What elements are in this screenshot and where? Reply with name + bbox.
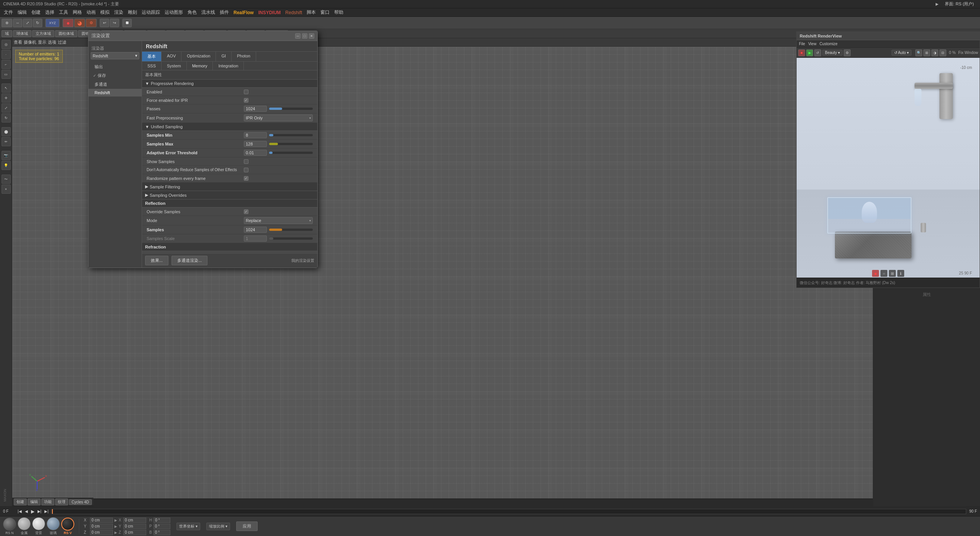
- p-input[interactable]: 0 °: [154, 524, 170, 529]
- cylinder-domain-btn[interactable]: 圆柱体域: [55, 30, 77, 37]
- dialog-maximize-btn[interactable]: □: [302, 33, 307, 39]
- spline-tool[interactable]: 〜: [2, 175, 11, 184]
- bm-create[interactable]: 创建: [14, 498, 27, 505]
- unified-section-header[interactable]: ▼ Unified Sampling: [142, 123, 317, 131]
- dialog-close-btn[interactable]: ✕: [309, 33, 314, 39]
- menu-create[interactable]: 创建: [29, 9, 43, 16]
- vp-options-menu[interactable]: 选项: [48, 39, 56, 45]
- z-world-input[interactable]: 0 cm: [123, 530, 146, 535]
- menu-redshift[interactable]: Redshift: [283, 10, 304, 15]
- bm-edit[interactable]: 编辑: [28, 498, 41, 505]
- menu-animate[interactable]: 动画: [84, 9, 98, 16]
- rv-auto-dropdown[interactable]: ↺ Auto ▾: [892, 50, 912, 56]
- enabled-checkbox[interactable]: [244, 90, 248, 94]
- rv-customize-menu[interactable]: Customize: [820, 42, 838, 46]
- menu-character[interactable]: 角色: [185, 9, 199, 16]
- mat-rs-v[interactable]: RS V: [61, 518, 74, 535]
- menu-sculpt[interactable]: 雕刻: [126, 9, 139, 16]
- refl-scale-slider[interactable]: [269, 237, 313, 240]
- undo-btn[interactable]: ↩: [100, 19, 109, 27]
- xyz-btn[interactable]: XYZ: [46, 19, 59, 27]
- x-world-input[interactable]: 0 cm: [123, 518, 146, 523]
- rotate-btn[interactable]: ↻: [33, 19, 42, 27]
- rv-settings-btn[interactable]: ⚙: [844, 49, 851, 56]
- rv-refresh-btn[interactable]: ↺: [814, 49, 821, 56]
- tab-integration[interactable]: Integration: [213, 62, 244, 70]
- scale-btn[interactable]: ⤢: [23, 19, 32, 27]
- rv-grid-overlay[interactable]: ⊞: [889, 270, 896, 277]
- tab-sss[interactable]: SSS: [142, 62, 162, 70]
- tab-optimization[interactable]: Optimization: [181, 52, 216, 61]
- rv-play-btn[interactable]: ▶: [806, 49, 813, 56]
- scale-mode-dropdown[interactable]: 缩放比例 ▾: [206, 523, 230, 530]
- domain-btn[interactable]: 域: [2, 30, 12, 37]
- edges-mode-btn[interactable]: ⌐: [2, 60, 11, 69]
- tab-aov[interactable]: AOV: [162, 52, 181, 61]
- dont-reduce-checkbox[interactable]: [244, 168, 248, 172]
- paint-tool[interactable]: ✏: [2, 137, 11, 146]
- mat-metal[interactable]: 金属: [18, 517, 31, 536]
- sphere-domain-btn[interactable]: 球体域: [13, 30, 31, 37]
- menu-mesh[interactable]: 网格: [70, 9, 84, 16]
- refl-scale-input[interactable]: 1: [244, 235, 267, 242]
- object-mode-btn[interactable]: ◎: [2, 40, 11, 49]
- menu-script[interactable]: 脚本: [304, 9, 318, 16]
- mat-glass[interactable]: 玻璃: [47, 517, 60, 536]
- effects-btn[interactable]: 效果...: [145, 256, 168, 265]
- fast-preprocess-dropdown[interactable]: IPR Only ▾: [244, 114, 313, 121]
- rv-stop-overlay[interactable]: ■: [872, 270, 879, 277]
- menu-file[interactable]: 文件: [2, 9, 15, 16]
- show-samples-checkbox[interactable]: [244, 159, 248, 164]
- move-btn[interactable]: ↔: [13, 19, 22, 27]
- refl-override-checkbox[interactable]: ✓: [244, 209, 248, 214]
- bm-function[interactable]: 功能: [41, 498, 54, 505]
- camera-tool[interactable]: 📷: [2, 151, 11, 160]
- refl-samples-slider[interactable]: [269, 229, 313, 231]
- x-pos-input[interactable]: 0 cm: [90, 518, 113, 523]
- brush-tool[interactable]: ⬤: [2, 127, 11, 136]
- passes-slider[interactable]: [269, 108, 313, 110]
- menu-pipeline[interactable]: 流水线: [199, 9, 217, 16]
- play-start-btn[interactable]: |◀: [18, 509, 22, 513]
- render-btn[interactable]: ●: [63, 19, 74, 27]
- play-btn[interactable]: ▶: [31, 509, 34, 514]
- sidebar-multipass[interactable]: 多通道: [88, 80, 142, 89]
- adaptive-error-slider[interactable]: [269, 152, 313, 154]
- menu-mograph[interactable]: 运动图形: [162, 9, 185, 16]
- menu-insydium[interactable]: INSYDIUM: [256, 10, 283, 15]
- tab-photon[interactable]: Photon: [232, 52, 256, 61]
- mat-background[interactable]: 背景: [32, 517, 45, 536]
- tab-gi[interactable]: GI: [216, 52, 232, 61]
- render-region-btn[interactable]: ◕: [74, 19, 85, 27]
- play-end-btn[interactable]: ▶|: [44, 509, 49, 513]
- scale-tool[interactable]: ⤢: [2, 103, 11, 113]
- b-input[interactable]: 0 °: [154, 530, 170, 535]
- cube-domain-btn[interactable]: 立方体域: [32, 30, 54, 37]
- apply-transform-btn[interactable]: 应用: [236, 521, 258, 531]
- render-settings-btn[interactable]: ⚙: [86, 19, 96, 27]
- passes-input[interactable]: 1024: [244, 106, 267, 112]
- menu-help[interactable]: 帮助: [332, 9, 346, 16]
- rv-stop-btn[interactable]: ■: [798, 49, 805, 56]
- rv-channels-btn[interactable]: ◑: [931, 49, 938, 56]
- points-mode-btn[interactable]: ·: [2, 50, 11, 59]
- bm-cycles[interactable]: Cycles 4D: [69, 499, 92, 505]
- rv-fix-window-btn[interactable]: Fix Window: [958, 51, 978, 55]
- vp-display-menu[interactable]: 显示: [38, 39, 46, 45]
- sample-filtering-header[interactable]: ▶ Sample Filtering: [142, 183, 317, 191]
- multipass-render-btn[interactable]: 多通道渲染...: [172, 256, 207, 265]
- menu-render[interactable]: 渲染: [112, 9, 126, 16]
- coord-mode-dropdown[interactable]: 世界坐标 ▾: [176, 523, 200, 530]
- samples-max-slider[interactable]: [269, 143, 313, 145]
- null-tool[interactable]: ×: [2, 185, 11, 194]
- y-pos-input[interactable]: 0 cm: [90, 524, 113, 529]
- timeline-scrubber[interactable]: [52, 509, 966, 514]
- rv-zoom-btn[interactable]: 🔍: [915, 49, 922, 56]
- dialog-minimize-btn[interactable]: ─: [295, 33, 301, 39]
- y-world-input[interactable]: 0 cm: [123, 524, 146, 529]
- menu-edit[interactable]: 编辑: [15, 9, 29, 16]
- refl-samples-input[interactable]: 1024: [244, 227, 267, 233]
- redo-btn[interactable]: ↪: [110, 19, 119, 27]
- sidebar-redshift[interactable]: Redshift: [88, 89, 142, 96]
- rv-grid-btn[interactable]: ⊞: [923, 49, 930, 56]
